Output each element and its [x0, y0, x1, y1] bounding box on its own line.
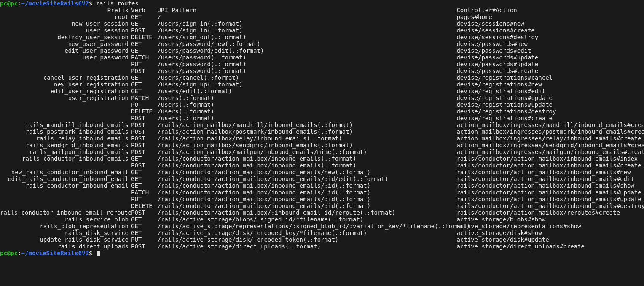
route-action: devise/passwords#update [456, 54, 538, 61]
route-pattern: /rails/action_mailbox/mailgun/inbound_em… [157, 148, 456, 155]
route-pattern: /users/password(.:format) [157, 54, 456, 61]
route-pattern: /users/edit(.:format) [157, 88, 456, 94]
route-action: devise/sessions#create [456, 27, 534, 34]
route-verb: GET [131, 20, 154, 27]
route-verb: PUT [131, 61, 154, 67]
route-action: rails/conductor/action_mailbox/inbound_e… [456, 175, 634, 182]
route-verb: POST [131, 142, 154, 148]
route-row: PUT /users(.:format)devise/registrations… [0, 101, 644, 108]
route-pattern: /rails/active_storage/disk/:encoded_toke… [157, 236, 456, 243]
route-prefix: rails_direct_uploads [0, 243, 129, 250]
route-action: devise/sessions#destroy [456, 34, 538, 40]
route-pattern: /rails/conductor/action_mailbox/inbound_… [157, 169, 456, 175]
route-prefix: rails_service_blob [0, 216, 129, 223]
route-prefix: new_user_registration [0, 81, 129, 88]
route-prefix: rails_mailgun_inbound_emails [0, 148, 129, 155]
route-row: rails_conductor_inbound_emailGET /rails/… [0, 182, 644, 189]
route-action: active_storage/representations#show [456, 223, 581, 229]
route-verb: PATCH [131, 54, 154, 61]
route-action: rails/conductor/action_mailbox/inbound_e… [456, 169, 631, 175]
route-prefix: rails_conductor_inbound_emails [0, 155, 129, 162]
route-row: rails_service_blobGET /rails/active_stor… [0, 216, 644, 223]
command-line: pc@pc:~/movieSiteRails6V2$ rails routes [0, 0, 644, 7]
route-action: devise/registrations#update [456, 101, 553, 108]
route-verb: PATCH [131, 94, 154, 101]
route-pattern: /users(.:format) [157, 108, 456, 115]
route-prefix: edit_user_password [0, 47, 129, 54]
route-verb: DELETE [131, 202, 154, 209]
route-pattern: /rails/action_mailbox/relay/inbound_emai… [157, 135, 456, 142]
header-verb: Verb [131, 7, 154, 13]
route-verb: POST [131, 148, 154, 155]
route-verb: GET [131, 223, 154, 229]
route-action: action_mailbox/ingresses/relay/inbound_e… [456, 135, 641, 142]
route-action: action_mailbox/ingresses/postmark/inboun… [456, 128, 644, 135]
route-row: rails_mandrill_inbound_emailsPOST /rails… [0, 121, 644, 128]
route-pattern: /rails/conductor/action_mailbox/inbound_… [157, 155, 456, 162]
route-prefix: user_session [0, 27, 129, 34]
route-verb: POST [131, 162, 154, 169]
route-verb: GET [131, 13, 154, 20]
route-row: rails_sendgrid_inbound_emailsPOST /rails… [0, 142, 644, 148]
route-row: edit_user_passwordGET /users/password/ed… [0, 47, 644, 54]
route-pattern: /rails/conductor/action_mailbox/inbound_… [157, 182, 456, 189]
route-pattern: /users(.:format) [157, 115, 456, 121]
route-row: new_user_passwordGET /users/password/new… [0, 40, 644, 47]
route-verb: POST [131, 27, 154, 34]
prompt-path: ~/movieSiteRails6V2 [21, 0, 89, 7]
prompt-path: ~/movieSiteRails6V2 [21, 250, 89, 256]
route-prefix: new_user_password [0, 40, 129, 47]
route-pattern: /users/password/edit(.:format) [157, 47, 456, 54]
route-action: devise/passwords#update [456, 61, 538, 67]
route-row: POST /users/password(.:format)devise/pas… [0, 67, 644, 74]
route-action: action_mailbox/ingresses/mailgun/inbound… [456, 148, 644, 155]
route-prefix: rails_postmark_inbound_emails [0, 128, 129, 135]
route-verb: GET [131, 47, 154, 54]
route-row: PUT /users/password(.:format)devise/pass… [0, 61, 644, 67]
input-line[interactable]: pc@pc:~/movieSiteRails6V2$ [0, 250, 644, 256]
route-row: rails_disk_serviceGET /rails/active_stor… [0, 229, 644, 236]
route-row: edit_user_registrationGET /users/edit(.:… [0, 88, 644, 94]
route-pattern: /rails/conductor/action_mailbox/inbound_… [157, 196, 456, 202]
route-verb: GET [131, 182, 154, 189]
route-row: rails_conductor_inbound_email_reroutePOS… [0, 209, 644, 216]
route-verb: GET [131, 155, 154, 162]
route-verb: POST [131, 67, 154, 74]
prompt-colon: : [18, 250, 21, 256]
route-row: user_passwordPATCH /users/password(.:for… [0, 54, 644, 61]
route-action: action_mailbox/ingresses/mandrill/inboun… [456, 121, 644, 128]
route-pattern: /rails/action_mailbox/sendgrid/inbound_e… [157, 142, 456, 148]
route-action: devise/passwords#create [456, 67, 538, 74]
route-row: rails_direct_uploadsPOST /rails/active_s… [0, 243, 644, 250]
route-action: active_storage/blobs#show [456, 216, 545, 223]
route-action: devise/registrations#update [456, 94, 553, 101]
route-pattern: /users/sign_in(.:format) [157, 27, 456, 34]
route-row: rails_postmark_inbound_emailsPOST /rails… [0, 128, 644, 135]
prompt-dollar: $ [89, 0, 92, 7]
prompt-dollar: $ [89, 250, 92, 256]
route-action: devise/registrations#edit [456, 88, 545, 94]
route-verb: PUT [131, 196, 154, 202]
route-prefix: rails_conductor_inbound_email_reroute [0, 209, 129, 216]
header-pattern: URI Pattern [157, 7, 456, 13]
route-pattern: /rails/active_storage/blobs/:signed_id/*… [157, 216, 456, 223]
route-pattern: /users(.:format) [157, 94, 456, 101]
route-prefix: root [0, 13, 129, 20]
route-action: rails/conductor/action_mailbox/inbound_e… [456, 202, 644, 209]
terminal-window[interactable]: { "prompt": { "user_host": "pc@pc", "pat… [0, 0, 644, 256]
prompt-user-host: pc@pc [0, 250, 18, 256]
route-pattern: /users/cancel(.:format) [157, 74, 456, 81]
route-action: rails/conductor/action_mailbox/inbound_e… [456, 182, 634, 189]
route-verb: GET [131, 175, 154, 182]
route-action: pages#home [456, 13, 492, 20]
route-pattern: /users/sign_in(.:format) [157, 20, 456, 27]
route-action: devise/passwords#edit [456, 47, 531, 54]
route-action: devise/sessions#new [456, 20, 524, 27]
route-action: devise/registrations#create [456, 115, 553, 121]
command-text: rails routes [96, 0, 139, 7]
route-pattern: /rails/active_storage/direct_uploads(.:f… [157, 243, 456, 250]
route-prefix: rails_blob_representation [0, 223, 129, 229]
route-verb: PATCH [131, 189, 154, 196]
route-action: devise/registrations#destroy [456, 108, 556, 115]
route-prefix: rails_relay_inbound_emails [0, 135, 129, 142]
